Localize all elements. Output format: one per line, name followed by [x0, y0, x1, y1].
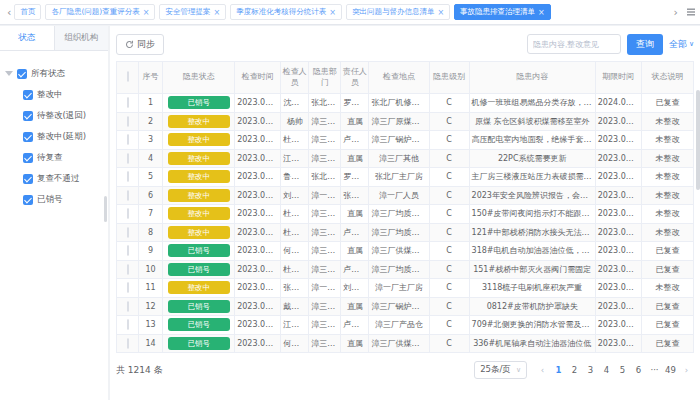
page-size-select[interactable]: 25条/页 ∨: [474, 361, 527, 379]
page-ellipsis[interactable]: ···: [647, 363, 662, 377]
status-badge[interactable]: 整改中: [168, 170, 230, 183]
page-number-4[interactable]: 4: [599, 363, 614, 377]
cell-inspector: 鲁明篇: [281, 168, 309, 187]
cell-level: C: [429, 316, 469, 335]
tab-0[interactable]: 首页: [14, 4, 41, 20]
sidebar-scrollbar[interactable]: [104, 196, 107, 222]
cell-check-date: 2023.05.25: [235, 223, 281, 242]
checkbox-checked-icon[interactable]: [23, 132, 33, 142]
cell-serial: 7: [139, 205, 163, 224]
row-checkbox[interactable]: [127, 282, 129, 293]
tree-item-2[interactable]: 整改中(延期): [5, 126, 103, 147]
checkbox-checked-icon[interactable]: [23, 174, 33, 184]
tree-item-3[interactable]: 待复查: [5, 147, 103, 168]
page-number-5[interactable]: 5: [615, 363, 630, 377]
tabs-scroll-left-icon[interactable]: ‹: [4, 6, 14, 19]
row-checkbox[interactable]: [127, 153, 129, 164]
tab-status[interactable]: 状态: [0, 26, 55, 50]
cell-content: 709#北侧更换的消防水管需及时安装完善: [469, 316, 595, 335]
select-all-checkbox[interactable]: [127, 71, 129, 82]
table-row: 9已销号2023.05.25何国平漳三热电厂直属漳三厂供煤厂房C318#电机自动…: [117, 242, 694, 261]
cell-select: [117, 260, 139, 279]
cell-serial: 14: [139, 334, 163, 353]
cell-department: 漳三热电厂: [309, 316, 341, 335]
checkbox-checked-icon[interactable]: [23, 195, 33, 205]
column-header-1: 隐患状态: [163, 62, 235, 94]
tree-item-5[interactable]: 已销号: [5, 189, 103, 210]
main-panel: 同步 查询 全部 ∨: [110, 26, 700, 400]
tab-3[interactable]: 季度标准化考核得分统计表×: [230, 4, 342, 20]
close-icon[interactable]: ×: [538, 8, 545, 17]
cell-responsible: 直属: [341, 334, 369, 353]
row-checkbox[interactable]: [127, 301, 129, 312]
status-badge[interactable]: 已销号: [168, 96, 230, 109]
cell-inspector: 江文斌: [281, 316, 309, 335]
tree-root-all-status[interactable]: 所有状态: [5, 63, 103, 84]
row-checkbox[interactable]: [127, 338, 129, 349]
checkbox-checked-icon[interactable]: [23, 153, 33, 163]
row-checkbox[interactable]: [127, 190, 129, 201]
tab-label: 各厂隐患(问题)查重评分表: [51, 7, 139, 17]
table-scrollbar[interactable]: [696, 90, 700, 190]
tab-5[interactable]: 事故隐患排查治理清单×: [454, 4, 551, 20]
prev-page-button[interactable]: ‹: [535, 363, 550, 377]
close-icon[interactable]: ×: [329, 8, 336, 17]
row-checkbox[interactable]: [127, 134, 129, 145]
close-icon[interactable]: ×: [437, 8, 444, 17]
tree-item-4[interactable]: 复查不通过: [5, 168, 103, 189]
expand-all-link[interactable]: 全部 ∨: [669, 38, 694, 51]
row-checkbox[interactable]: [127, 208, 129, 219]
status-badge[interactable]: 整改中: [168, 152, 230, 165]
tab-2[interactable]: 安全管理提案×: [159, 4, 226, 20]
sync-button[interactable]: 同步: [116, 34, 164, 55]
status-badge[interactable]: 整改中: [168, 133, 230, 146]
status-badge[interactable]: 已销号: [168, 300, 230, 313]
status-badge[interactable]: 整改中: [168, 281, 230, 294]
cell-responsible: 直属: [341, 112, 369, 131]
tab-menu-icon[interactable]: [686, 7, 696, 17]
page-number-6[interactable]: 6: [631, 363, 646, 377]
tab-4[interactable]: 突出问题与督办信息清单×: [346, 4, 450, 20]
page-number-3[interactable]: 3: [583, 363, 598, 377]
caret-down-icon[interactable]: [5, 71, 13, 76]
row-checkbox[interactable]: [127, 319, 129, 330]
status-badge[interactable]: 已销号: [168, 244, 230, 257]
checkbox-checked-icon[interactable]: [17, 69, 27, 79]
status-badge[interactable]: 已销号: [168, 337, 230, 350]
next-page-button[interactable]: ›: [679, 363, 694, 377]
status-badge[interactable]: 已销号: [168, 263, 230, 276]
close-icon[interactable]: ×: [213, 8, 220, 17]
tree-item-1[interactable]: 待整改(退回): [5, 105, 103, 126]
checkbox-checked-icon[interactable]: [23, 111, 33, 121]
row-checkbox[interactable]: [127, 245, 129, 256]
search-button[interactable]: 查询: [627, 34, 663, 55]
status-badge[interactable]: 整改中: [168, 207, 230, 220]
search-input[interactable]: [527, 34, 621, 54]
status-badge[interactable]: 整改中: [168, 226, 230, 239]
cell-content: 高压配电室内地面裂，绝缘手套即将过期: [469, 131, 595, 150]
table-row: 13已销号2023.05.27江文斌漳三热电厂卢建伟漳三厂产品仓C709#北侧更…: [117, 316, 694, 335]
row-checkbox[interactable]: [127, 264, 129, 275]
checkbox-checked-icon[interactable]: [23, 90, 33, 100]
cell-deadline: 2023.05.27: [595, 316, 641, 335]
row-checkbox[interactable]: [127, 171, 129, 182]
status-badge[interactable]: 整改中: [168, 115, 230, 128]
cell-select: [117, 334, 139, 353]
page-number-1[interactable]: 1: [551, 363, 566, 377]
row-checkbox[interactable]: [127, 97, 129, 108]
page-number-2[interactable]: 2: [567, 363, 582, 377]
tab-organization[interactable]: 组织机构: [55, 26, 109, 50]
row-checkbox[interactable]: [127, 227, 129, 238]
page-number-49[interactable]: 49: [663, 363, 678, 377]
cell-content: 336#机尾轴承自动注油器油位低: [469, 334, 595, 353]
tree-item-0[interactable]: 整改中: [5, 84, 103, 105]
tabs-scroll-right-icon[interactable]: ›: [671, 6, 681, 19]
close-icon[interactable]: ×: [143, 8, 150, 17]
hazard-table: 序号隐患状态检查时间检查人员隐患部门责任人员检查地点隐患级别隐患内容期限时间状态…: [116, 61, 694, 353]
cell-level: C: [429, 279, 469, 298]
status-badge[interactable]: 整改中: [168, 189, 230, 202]
cell-state: 未整改: [641, 149, 693, 168]
status-badge[interactable]: 已销号: [168, 318, 230, 331]
row-checkbox[interactable]: [127, 116, 129, 127]
tab-1[interactable]: 各厂隐患(问题)查重评分表×: [45, 4, 155, 20]
